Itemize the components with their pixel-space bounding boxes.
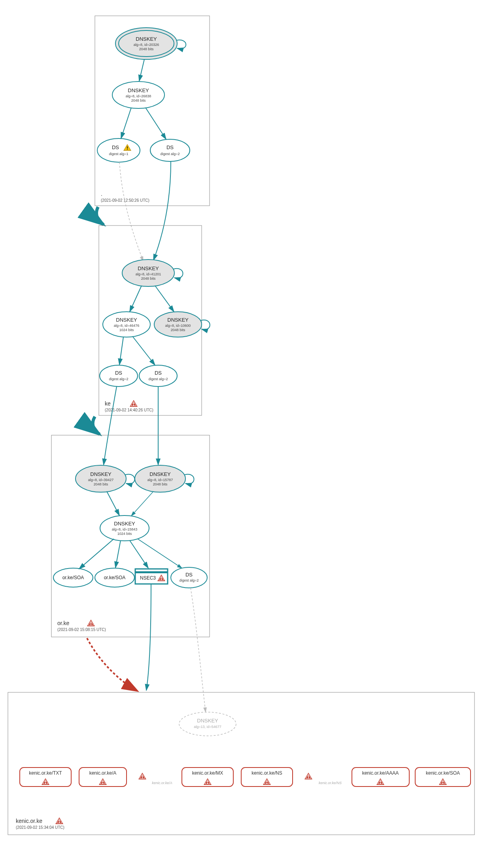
svg-text:digest alg=1: digest alg=1 xyxy=(109,152,129,156)
node-kenic-txt: kenic.or.ke/TXT xyxy=(20,768,71,787)
svg-text:2048 bits: 2048 bits xyxy=(153,482,168,486)
svg-point-63 xyxy=(179,712,236,736)
svg-rect-62 xyxy=(8,692,474,835)
svg-text:alg=8, id=46476: alg=8, id=46476 xyxy=(114,324,140,328)
svg-rect-57 xyxy=(135,571,168,573)
zone-orke-name: or.ke xyxy=(57,620,70,626)
svg-point-59 xyxy=(171,567,207,588)
zone-root-name: . xyxy=(101,191,102,197)
svg-text:kenic.or.ke/AAAA: kenic.or.ke/AAAA xyxy=(362,770,399,776)
zone-ke: ke (2021-09-02 14:40:26 UTC) DNSKEY alg=… xyxy=(99,226,210,415)
svg-text:alg=8, id=15843: alg=8, id=15843 xyxy=(112,527,138,531)
node-orke-k2: DNSKEY alg=8, id=15787 2048 bits xyxy=(135,465,194,492)
node-root-ksk: DNSKEY alg=8, id=20326 2048 bits xyxy=(115,28,186,59)
node-ke-ds2: DS digest alg=2 xyxy=(139,365,177,387)
svg-text:DS: DS xyxy=(166,144,174,150)
svg-text:DS: DS xyxy=(112,144,119,150)
svg-text:digest alg=2: digest alg=2 xyxy=(180,578,199,582)
node-orke-k1: DNSKEY alg=8, id=39427 2048 bits xyxy=(76,465,135,492)
svg-text:alg=8, id=20326: alg=8, id=20326 xyxy=(134,43,159,47)
node-orke-soa1: or.ke/SOA xyxy=(53,568,93,587)
svg-text:1024 bits: 1024 bits xyxy=(119,328,134,332)
svg-text:NSEC3: NSEC3 xyxy=(140,575,156,581)
svg-text:alg=8, id=41201: alg=8, id=41201 xyxy=(136,272,161,276)
svg-text:alg=8, id=10600: alg=8, id=10600 xyxy=(165,324,191,328)
svg-text:DS: DS xyxy=(115,370,122,376)
svg-text:1024 bits: 1024 bits xyxy=(117,532,132,536)
zone-orke-ts: (2021-09-02 15:08:15 UTC) xyxy=(57,627,106,632)
svg-text:or.ke/SOA: or.ke/SOA xyxy=(62,575,84,580)
svg-text:DS: DS xyxy=(185,572,193,578)
zone-orke: or.ke (2021-09-02 15:08:15 UTC) DNSKEY a… xyxy=(51,435,210,637)
svg-text:kenic.or.ke/TXT: kenic.or.ke/TXT xyxy=(29,770,62,776)
node-ke-ds1: DS digest alg=2 xyxy=(100,365,138,387)
svg-text:alg=8, id=15787: alg=8, id=15787 xyxy=(147,478,173,482)
svg-text:DNSKEY: DNSKEY xyxy=(128,87,149,93)
svg-text:or.ke/SOA: or.ke/SOA xyxy=(104,575,126,580)
node-root-ds1: DS digest alg=1 xyxy=(97,138,140,162)
warning-icon xyxy=(87,620,95,626)
warning-icon xyxy=(130,400,138,407)
svg-text:DNSKEY: DNSKEY xyxy=(138,265,159,271)
zone-ke-name: ke xyxy=(105,400,111,407)
node-kenic-aaaa: kenic.or.ke/AAAA xyxy=(352,768,409,787)
svg-text:2048 bits: 2048 bits xyxy=(171,328,185,332)
node-orke-ds: DS digest alg=2 xyxy=(171,567,207,588)
svg-text:kenic.or.ke/SOA: kenic.or.ke/SOA xyxy=(426,770,460,776)
svg-text:digest alg=2: digest alg=2 xyxy=(161,152,180,156)
node-ke-ksk: DNSKEY alg=8, id=41201 2048 bits xyxy=(122,260,183,286)
node-kenic-ns: kenic.or.ke/NS xyxy=(241,768,293,787)
warning-icon xyxy=(138,773,146,779)
svg-text:kenic.or.ke/NS: kenic.or.ke/NS xyxy=(251,770,282,776)
zone-root: . (2021-09-02 12:50:26 UTC) DNSKEY alg=8… xyxy=(95,16,210,206)
node-orke-soa2: or.ke/SOA xyxy=(95,568,134,587)
svg-text:kenic.or.ke/A: kenic.or.ke/A xyxy=(89,770,117,776)
zone-kenic: kenic.or.ke (2021-09-02 15:34:04 UTC) DN… xyxy=(8,692,474,835)
svg-point-14 xyxy=(97,138,140,162)
svg-text:2048 bits: 2048 bits xyxy=(94,482,108,486)
node-ke-zsk1: DNSKEY alg=8, id=46476 1024 bits xyxy=(103,312,150,337)
svg-text:alg=8, id=26838: alg=8, id=26838 xyxy=(126,94,151,98)
svg-point-17 xyxy=(150,139,190,161)
svg-text:DNSKEY: DNSKEY xyxy=(116,317,137,323)
svg-text:digest alg=2: digest alg=2 xyxy=(109,377,129,381)
warning-icon xyxy=(55,817,63,824)
svg-text:DS: DS xyxy=(155,370,162,376)
svg-text:alg=13, id=54677: alg=13, id=54677 xyxy=(194,725,221,729)
svg-text:DNSKEY: DNSKEY xyxy=(90,471,112,477)
zone-kenic-ts: (2021-09-02 15:34:04 UTC) xyxy=(16,825,64,830)
node-kenic-a: kenic.or.ke/A xyxy=(79,768,127,787)
hint-a: kenic.or.ke/A xyxy=(152,781,172,785)
svg-text:DNSKEY: DNSKEY xyxy=(136,36,157,42)
svg-text:alg=8, id=39427: alg=8, id=39427 xyxy=(88,478,114,482)
svg-text:DNSKEY: DNSKEY xyxy=(167,317,189,323)
node-orke-zsk: DNSKEY alg=8, id=15843 1024 bits xyxy=(100,515,149,541)
svg-text:2048 bits: 2048 bits xyxy=(139,47,154,51)
zone-kenic-name: kenic.or.ke xyxy=(16,818,42,824)
node-kenic-key: DNSKEY alg=13, id=54677 xyxy=(179,712,236,736)
svg-text:DNSKEY: DNSKEY xyxy=(114,521,135,527)
warning-icon xyxy=(304,773,312,779)
hint-ns: kenic.or.ke/NS xyxy=(319,781,342,785)
node-root-zsk: DNSKEY alg=8, id=26838 2048 bits xyxy=(112,81,164,108)
svg-text:DNSKEY: DNSKEY xyxy=(149,471,171,477)
svg-text:DNSKEY: DNSKEY xyxy=(197,718,218,724)
svg-text:kenic.or.ke/MX: kenic.or.ke/MX xyxy=(192,770,223,776)
dnssec-graph: . (2021-09-02 12:50:26 UTC) DNSKEY alg=8… xyxy=(0,0,482,868)
node-root-ds2: DS digest alg=2 xyxy=(150,139,190,161)
svg-point-36 xyxy=(139,365,177,387)
node-kenic-soa: kenic.or.ke/SOA xyxy=(415,768,471,787)
node-orke-nsec3: NSEC3 xyxy=(135,569,168,584)
svg-text:2048 bits: 2048 bits xyxy=(131,99,146,102)
node-kenic-mx: kenic.or.ke/MX xyxy=(182,768,233,787)
svg-text:2048 bits: 2048 bits xyxy=(141,277,156,280)
svg-text:digest alg=2: digest alg=2 xyxy=(149,377,168,381)
svg-point-33 xyxy=(100,365,138,387)
